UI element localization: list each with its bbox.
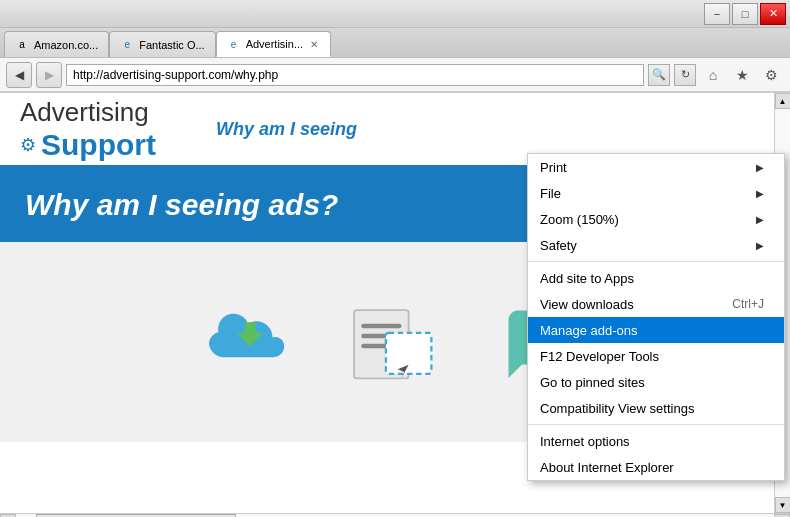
logo-area: Advertising ⚙ Support xyxy=(20,97,156,162)
menu-pinned-label: Go to pinned sites xyxy=(540,375,764,390)
menu-options-label: Internet options xyxy=(540,434,764,449)
menu-file-arrow: ▶ xyxy=(756,188,764,199)
menu-divider-1 xyxy=(528,261,784,262)
cloud-download-icon xyxy=(205,297,295,387)
menu-safety[interactable]: Safety ▶ xyxy=(528,232,784,258)
tagline-area: Why am I seeing xyxy=(216,119,357,140)
menu-f12[interactable]: F12 Developer Tools xyxy=(528,343,784,369)
menu-print[interactable]: Print ▶ xyxy=(528,154,784,180)
menu-downloads-label: View downloads xyxy=(540,297,712,312)
hero-title: Why am I seeing ads? xyxy=(25,188,338,222)
back-button[interactable]: ◀ xyxy=(6,62,32,88)
window-controls: − □ ✕ xyxy=(704,3,786,25)
tab-advertising[interactable]: e Advertisin... ✕ xyxy=(216,31,331,57)
menu-compat-label: Compatibility View settings xyxy=(540,401,764,416)
menu-compat[interactable]: Compatibility View settings xyxy=(528,395,784,421)
tab-fantastic[interactable]: e Fantastic O... xyxy=(109,31,215,57)
menu-zoom[interactable]: Zoom (150%) ▶ xyxy=(528,206,784,232)
menu-about[interactable]: About Internet Explorer xyxy=(528,454,784,480)
menu-zoom-label: Zoom (150%) xyxy=(540,212,751,227)
tab-favicon-advertising: e xyxy=(227,37,241,51)
menu-safety-arrow: ▶ xyxy=(756,240,764,251)
scroll-right-arrow[interactable]: ▶ xyxy=(774,514,790,518)
svg-rect-2 xyxy=(361,324,401,329)
logo-top: Advertising xyxy=(20,97,156,128)
menu-add-site[interactable]: Add site to Apps xyxy=(528,265,784,291)
tab-bar: a Amazon.co... e Fantastic O... e Advert… xyxy=(0,28,790,58)
menu-add-site-label: Add site to Apps xyxy=(540,271,764,286)
horizontal-scrollbar: ◀ ▶ xyxy=(0,513,790,517)
tab-label-advertising: Advertisin... xyxy=(246,38,303,50)
scroll-down-arrow[interactable]: ▼ xyxy=(775,497,791,513)
logo-support: Support xyxy=(41,128,156,162)
menu-safety-label: Safety xyxy=(540,238,751,253)
menu-zoom-arrow: ▶ xyxy=(756,214,764,225)
forward-button[interactable]: ▶ xyxy=(36,62,62,88)
address-input[interactable] xyxy=(66,64,644,86)
home-icon[interactable]: ⌂ xyxy=(700,62,726,88)
tab-favicon-fantastic: e xyxy=(120,38,134,52)
toolbar-right: ⌂ ★ ⚙ xyxy=(700,62,784,88)
search-button[interactable]: 🔍 xyxy=(648,64,670,86)
menu-print-label: Print xyxy=(540,160,751,175)
browser-chrome: − □ ✕ a Amazon.co... e Fantastic O... e … xyxy=(0,0,790,93)
menu-print-arrow: ▶ xyxy=(756,162,764,173)
title-bar: − □ ✕ xyxy=(0,0,790,28)
maximize-button[interactable]: □ xyxy=(732,3,758,25)
menu-options[interactable]: Internet options xyxy=(528,428,784,454)
close-button[interactable]: ✕ xyxy=(760,3,786,25)
favorites-icon[interactable]: ★ xyxy=(729,62,755,88)
scroll-left-arrow[interactable]: ◀ xyxy=(0,514,16,518)
tab-label-amazon: Amazon.co... xyxy=(34,39,98,51)
menu-manage-addons-label: Manage add-ons xyxy=(540,323,764,338)
context-menu: Print ▶ File ▶ Zoom (150%) ▶ Safety ▶ Ad… xyxy=(527,153,785,481)
tab-close-advertising[interactable]: ✕ xyxy=(308,38,320,51)
menu-file-label: File xyxy=(540,186,751,201)
tab-label-fantastic: Fantastic O... xyxy=(139,39,204,51)
menu-pinned[interactable]: Go to pinned sites xyxy=(528,369,784,395)
address-bar: ◀ ▶ 🔍 ↻ ⌂ ★ ⚙ xyxy=(0,58,790,92)
document-icon xyxy=(345,292,445,392)
refresh-button[interactable]: ↻ xyxy=(674,64,696,86)
menu-downloads-shortcut: Ctrl+J xyxy=(732,297,764,311)
content-area: Advertising ⚙ Support Why am I seeing Wh… xyxy=(0,93,790,513)
minimize-button[interactable]: − xyxy=(704,3,730,25)
svg-rect-4 xyxy=(361,344,388,349)
menu-manage-addons[interactable]: Manage add-ons xyxy=(528,317,784,343)
logo-bottom: ⚙ Support xyxy=(20,128,156,162)
menu-downloads[interactable]: View downloads Ctrl+J xyxy=(528,291,784,317)
menu-f12-label: F12 Developer Tools xyxy=(540,349,764,364)
menu-about-label: About Internet Explorer xyxy=(540,460,764,475)
gear-icon: ⚙ xyxy=(20,134,36,156)
tagline: Why am I seeing xyxy=(216,119,357,139)
menu-file[interactable]: File ▶ xyxy=(528,180,784,206)
svg-rect-5 xyxy=(386,333,431,374)
tab-favicon-amazon: a xyxy=(15,38,29,52)
menu-divider-2 xyxy=(528,424,784,425)
scroll-up-arrow[interactable]: ▲ xyxy=(775,93,791,109)
settings-icon[interactable]: ⚙ xyxy=(758,62,784,88)
tab-amazon[interactable]: a Amazon.co... xyxy=(4,31,109,57)
